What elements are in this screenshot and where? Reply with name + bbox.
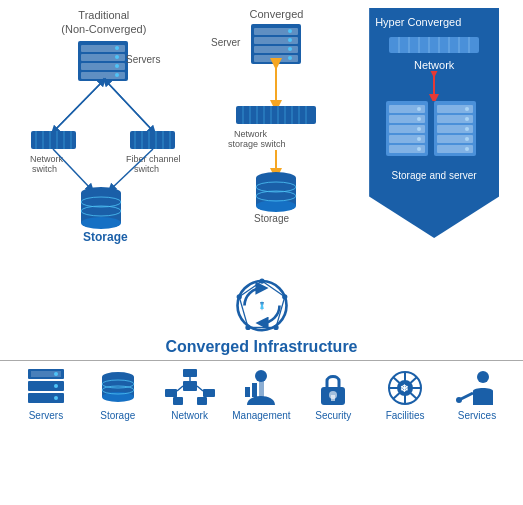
network-label: Network bbox=[171, 410, 208, 421]
svg-line-135 bbox=[177, 386, 183, 391]
svg-point-93 bbox=[417, 147, 421, 151]
ci-title: Converged Infrastructure bbox=[165, 338, 357, 356]
svg-rect-137 bbox=[173, 397, 183, 405]
svg-marker-107 bbox=[260, 300, 264, 309]
servers-label: Servers bbox=[29, 410, 63, 421]
svg-rect-133 bbox=[183, 369, 197, 377]
security-label: Security bbox=[315, 410, 351, 421]
svg-rect-52 bbox=[236, 106, 316, 124]
facilities-icon: ❄ bbox=[385, 369, 425, 407]
bottom-item-network: Network bbox=[157, 369, 222, 421]
svg-point-42 bbox=[288, 29, 292, 33]
bottom-item-facilities: ❄ Facilities bbox=[373, 369, 438, 421]
svg-point-68 bbox=[256, 200, 296, 212]
hyper-storage-server-label: Storage and server bbox=[392, 170, 477, 181]
bottom-item-servers: Servers bbox=[13, 369, 78, 421]
traditional-title: Traditional (Non-Converged) bbox=[61, 8, 146, 37]
svg-rect-130 bbox=[183, 381, 197, 391]
middle-section: Converged Infrastructure bbox=[0, 270, 523, 360]
security-icon bbox=[313, 369, 353, 407]
management-label: Management bbox=[232, 410, 290, 421]
ci-logo bbox=[227, 276, 297, 336]
svg-point-91 bbox=[417, 137, 421, 141]
management-icon bbox=[237, 369, 285, 407]
svg-rect-121 bbox=[28, 381, 64, 391]
svg-point-48 bbox=[288, 56, 292, 60]
svg-text:Storage: Storage bbox=[83, 230, 128, 244]
svg-rect-132 bbox=[203, 389, 215, 397]
svg-line-13 bbox=[106, 81, 153, 131]
svg-line-32 bbox=[53, 149, 91, 189]
svg-point-44 bbox=[288, 38, 292, 42]
svg-point-8 bbox=[115, 73, 119, 77]
services-icon bbox=[453, 369, 501, 407]
svg-text:❄: ❄ bbox=[400, 383, 408, 394]
bottom-section: Servers Storage bbox=[0, 360, 523, 425]
svg-text:Server: Server bbox=[211, 37, 241, 48]
hyper-arrow bbox=[424, 71, 444, 101]
svg-point-104 bbox=[465, 147, 469, 151]
svg-text:storage switch: storage switch bbox=[228, 139, 286, 149]
svg-text:Fiber channel: Fiber channel bbox=[126, 154, 181, 164]
svg-point-155 bbox=[477, 371, 489, 383]
svg-text:switch: switch bbox=[134, 164, 159, 174]
svg-point-124 bbox=[54, 396, 58, 400]
bottom-item-security: Security bbox=[301, 369, 366, 421]
facilities-label: Facilities bbox=[386, 410, 425, 421]
network-icon bbox=[165, 369, 215, 407]
svg-point-46 bbox=[288, 47, 292, 51]
svg-point-96 bbox=[465, 107, 469, 111]
hyper-network-label: Network bbox=[414, 59, 454, 71]
svg-rect-147 bbox=[331, 395, 335, 401]
svg-line-156 bbox=[461, 393, 473, 399]
top-section: Traditional (Non-Converged) Servers bbox=[0, 0, 523, 270]
svg-text:Servers: Servers bbox=[126, 54, 160, 65]
bottom-item-management: Management bbox=[229, 369, 294, 421]
svg-point-6 bbox=[115, 64, 119, 68]
svg-point-87 bbox=[417, 117, 421, 121]
converged-column: Converged Server bbox=[211, 8, 341, 234]
bottom-item-services: Services bbox=[444, 369, 509, 421]
storage-icon bbox=[98, 369, 138, 407]
svg-point-100 bbox=[465, 127, 469, 131]
svg-point-98 bbox=[465, 117, 469, 121]
svg-rect-23 bbox=[130, 131, 175, 149]
hyper-title: Hyper Converged bbox=[375, 16, 461, 28]
svg-rect-72 bbox=[389, 37, 479, 53]
traditional-diagram: Servers Network switch bbox=[26, 41, 181, 251]
svg-point-102 bbox=[465, 137, 469, 141]
svg-point-36 bbox=[81, 217, 121, 229]
services-label: Services bbox=[458, 410, 496, 421]
hyper-storage-server bbox=[384, 101, 484, 166]
svg-point-4 bbox=[115, 55, 119, 59]
hyper-network-switch bbox=[384, 36, 484, 56]
svg-rect-138 bbox=[197, 397, 207, 405]
svg-point-120 bbox=[54, 372, 58, 376]
svg-rect-123 bbox=[28, 393, 64, 403]
svg-rect-14 bbox=[31, 131, 76, 149]
storage-label: Storage bbox=[100, 410, 135, 421]
svg-text:Storage: Storage bbox=[254, 213, 289, 224]
svg-rect-143 bbox=[252, 383, 257, 397]
svg-line-11 bbox=[54, 81, 103, 131]
svg-rect-131 bbox=[165, 389, 177, 397]
svg-point-157 bbox=[456, 397, 462, 403]
converged-diagram: Server Network storage switch bbox=[216, 24, 336, 234]
svg-text:switch: switch bbox=[32, 164, 57, 174]
svg-point-122 bbox=[54, 384, 58, 388]
svg-point-2 bbox=[115, 46, 119, 50]
bottom-item-storage: Storage bbox=[85, 369, 150, 421]
converged-title: Converged bbox=[250, 8, 304, 20]
svg-text:Network: Network bbox=[234, 129, 268, 139]
svg-point-127 bbox=[102, 392, 134, 402]
traditional-column: Traditional (Non-Converged) Servers bbox=[24, 8, 184, 251]
servers-icon bbox=[26, 369, 66, 407]
svg-rect-144 bbox=[259, 379, 264, 397]
hyper-converged-column: Hyper Converged Network bbox=[369, 8, 499, 238]
svg-point-89 bbox=[417, 127, 421, 131]
svg-point-85 bbox=[417, 107, 421, 111]
svg-line-136 bbox=[197, 386, 203, 391]
svg-rect-142 bbox=[245, 387, 250, 397]
